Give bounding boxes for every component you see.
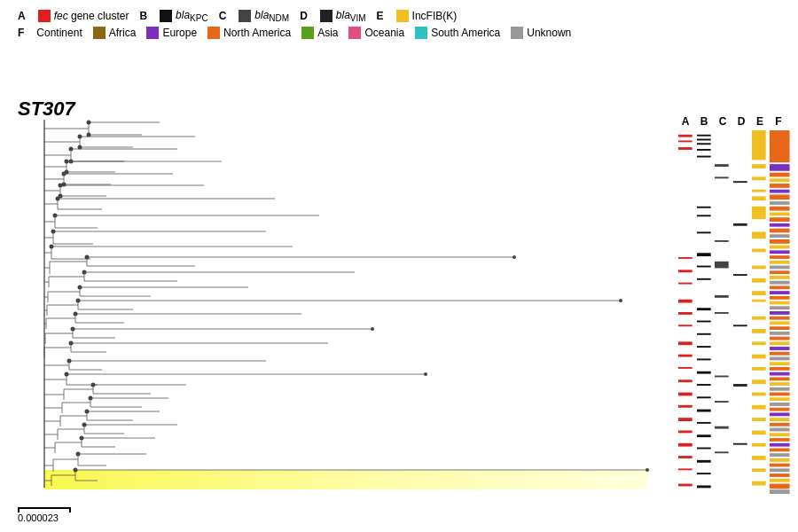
svg-rect-263: [770, 178, 790, 182]
svg-rect-309: [770, 418, 790, 421]
svg-rect-284: [770, 291, 790, 294]
svg-rect-214: [697, 448, 711, 450]
svg-rect-182: [678, 367, 692, 369]
svg-rect-258: [752, 468, 766, 472]
svg-rect-183: [678, 379, 692, 382]
legend-letter-b: B: [139, 10, 147, 22]
svg-rect-210: [697, 396, 711, 398]
svg-rect-290: [770, 321, 790, 325]
svg-point-148: [51, 230, 56, 234]
svg-rect-314: [770, 443, 790, 447]
main-container: A fec gene cluster B blaKPC C blaNDM D b…: [0, 0, 798, 532]
svg-rect-287: [770, 306, 790, 309]
svg-rect-294: [770, 341, 790, 345]
legend-oceania-label: Oceania: [364, 27, 404, 39]
legend-row-1: A fec gene cluster B blaKPC C blaNDM D b…: [18, 9, 780, 23]
legend-label-f: Continent: [36, 27, 82, 39]
svg-rect-276: [770, 250, 790, 254]
svg-rect-192: [697, 135, 711, 137]
legend-label-b: blaKPC: [176, 9, 208, 23]
svg-rect-241: [752, 248, 766, 252]
svg-point-156: [69, 341, 74, 346]
svg-rect-316: [770, 453, 790, 457]
svg-rect-275: [770, 246, 790, 249]
legend-color-b: [160, 10, 172, 22]
legend-color-south-america: [415, 27, 427, 39]
svg-point-139: [69, 160, 74, 164]
legend-label-c: blaNDM: [254, 9, 289, 23]
legend-item-europe: Europe: [146, 27, 197, 39]
svg-rect-190: [678, 468, 692, 470]
svg-rect-295: [770, 347, 790, 350]
legend-item-e: IncFIB(K): [396, 10, 458, 22]
svg-rect-186: [678, 418, 692, 421]
legend-letter-a: A: [18, 10, 26, 22]
svg-point-164: [76, 452, 81, 457]
legend-color-d: [320, 10, 332, 22]
svg-rect-253: [752, 405, 766, 410]
svg-point-166: [512, 255, 516, 259]
col-b-strip: [696, 130, 712, 494]
svg-rect-317: [770, 458, 790, 462]
svg-rect-315: [770, 449, 790, 452]
legend-south-america-label: South America: [431, 27, 500, 39]
legend-asia-label: Asia: [317, 27, 338, 39]
svg-rect-264: [770, 184, 790, 188]
svg-rect-318: [770, 464, 790, 467]
svg-rect-278: [770, 261, 790, 264]
svg-rect-181: [678, 355, 692, 357]
svg-rect-187: [678, 430, 692, 433]
svg-rect-251: [752, 379, 766, 384]
svg-rect-248: [752, 341, 766, 345]
svg-rect-307: [770, 408, 790, 411]
legend-label-d: blaVIM: [336, 9, 366, 23]
legend-letter-e: E: [377, 10, 384, 22]
svg-rect-195: [697, 149, 711, 151]
svg-rect-255: [752, 430, 766, 434]
svg-point-159: [91, 383, 96, 387]
svg-rect-242: [752, 266, 766, 270]
legend-color-africa: [93, 27, 106, 39]
svg-rect-273: [770, 234, 790, 238]
svg-point-152: [78, 286, 82, 290]
legend-color-oceania: [348, 27, 361, 39]
svg-rect-310: [770, 423, 790, 426]
legend: A fec gene cluster B blaKPC C blaNDM D b…: [18, 9, 780, 39]
svg-rect-215: [697, 460, 711, 463]
svg-rect-224: [715, 376, 729, 378]
svg-rect-184: [678, 393, 692, 396]
svg-point-135: [87, 133, 91, 137]
svg-point-163: [80, 436, 84, 441]
svg-rect-208: [697, 372, 711, 374]
svg-rect-238: [752, 196, 766, 200]
legend-africa-label: Africa: [109, 27, 137, 39]
svg-rect-233: [733, 443, 747, 445]
legend-unknown-label: Unknown: [527, 27, 571, 39]
svg-rect-250: [752, 367, 766, 371]
svg-rect-240: [752, 231, 766, 239]
svg-rect-172: [678, 140, 692, 142]
svg-rect-286: [770, 301, 790, 305]
col-header-e: E: [752, 115, 768, 128]
svg-rect-177: [678, 300, 692, 303]
svg-rect-323: [770, 489, 790, 494]
svg-rect-188: [678, 443, 692, 447]
svg-rect-321: [770, 479, 790, 482]
svg-rect-189: [678, 456, 692, 458]
col-header-d: D: [733, 115, 749, 128]
svg-rect-209: [697, 384, 711, 386]
svg-rect-229: [733, 223, 747, 226]
svg-rect-272: [770, 229, 790, 233]
svg-rect-245: [752, 300, 766, 302]
svg-rect-270: [770, 217, 790, 222]
svg-rect-254: [752, 418, 766, 421]
svg-rect-291: [770, 326, 790, 330]
svg-rect-204: [697, 321, 711, 323]
legend-letter-f: F: [18, 27, 24, 39]
svg-rect-202: [697, 278, 711, 280]
legend-item-south-america: South America: [415, 27, 500, 39]
svg-rect-237: [752, 190, 766, 192]
svg-rect-320: [770, 473, 790, 477]
svg-rect-261: [770, 164, 790, 171]
svg-rect-308: [770, 412, 790, 416]
